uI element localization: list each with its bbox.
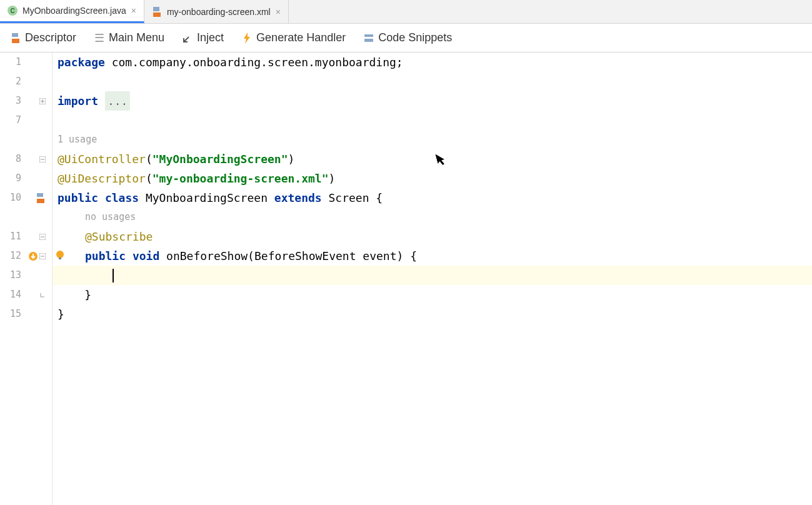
folded-imports[interactable]: ...: [105, 91, 131, 111]
close-icon[interactable]: ×: [276, 7, 281, 17]
descriptor-gutter-icon[interactable]: [36, 193, 46, 203]
line-number: 13: [0, 266, 21, 285]
code-line: [58, 111, 812, 130]
toolbar-label: Main Menu: [109, 31, 164, 44]
text-cursor: [113, 269, 114, 282]
toolbar-label: Code Snippets: [378, 31, 452, 44]
line-number: 1: [0, 52, 21, 72]
descriptor-icon: [10, 32, 21, 44]
lightning-icon: [241, 32, 253, 44]
line-number: 12: [0, 246, 21, 266]
fold-plus-icon[interactable]: [39, 98, 46, 104]
line-number: 11: [0, 227, 21, 246]
code-line: [58, 72, 812, 91]
snippets-icon: [363, 32, 374, 44]
line-number: 7: [0, 111, 21, 130]
code-editor[interactable]: 1 2 3 7 8 9 10 11 12 13 14 15 package co…: [0, 52, 812, 505]
fold-end-icon[interactable]: [39, 292, 46, 298]
tab-bar: C MyOnboardingScreen.java × my-onboardin…: [0, 0, 812, 24]
tab-java-file[interactable]: C MyOnboardingScreen.java ×: [0, 0, 144, 23]
code-content[interactable]: package com.company.onboarding.screen.my…: [53, 52, 812, 505]
line-number: 14: [0, 285, 21, 304]
code-line: @UiController("MyOnboardingScreen"): [58, 149, 812, 169]
close-icon[interactable]: ×: [131, 6, 136, 16]
gutter: 1 2 3 7 8 9 10 11 12 13 14 15: [0, 52, 53, 505]
line-number: 8: [0, 149, 21, 169]
descriptor-button[interactable]: Descriptor: [10, 31, 76, 44]
fold-minus-icon[interactable]: [39, 234, 46, 240]
line-number: 3: [0, 91, 21, 111]
code-line: }: [58, 304, 812, 324]
toolbar-label: Inject: [197, 31, 224, 44]
svg-point-12: [56, 251, 64, 258]
intention-bulb-icon[interactable]: [55, 246, 65, 266]
generate-handler-button[interactable]: Generate Handler: [241, 31, 346, 44]
line-number: 2: [0, 72, 21, 91]
line-number: 9: [0, 169, 21, 188]
code-line: @UiDescriptor("my-onboarding-screen.xml"…: [58, 169, 812, 188]
code-line: [58, 266, 812, 285]
svg-rect-13: [59, 258, 61, 259]
main-menu-button[interactable]: ☰ Main Menu: [94, 31, 164, 44]
code-line: public void onBeforeShow(BeforeShowEvent…: [58, 246, 812, 266]
java-class-icon: C: [8, 6, 18, 16]
line-number: 15: [0, 304, 21, 324]
fold-minus-icon[interactable]: [39, 156, 46, 162]
svg-rect-1: [364, 39, 373, 42]
tab-label: my-onboarding-screen.xml: [167, 7, 271, 17]
line-number: 10: [0, 188, 21, 208]
usage-hint[interactable]: 1 usage: [58, 130, 812, 149]
code-line: package com.company.onboarding.screen.my…: [58, 52, 812, 72]
fold-minus-icon[interactable]: [39, 253, 46, 259]
code-line: public class MyOnboardingScreen extends …: [58, 188, 812, 208]
tab-label: MyOnboardingScreen.java: [23, 6, 126, 16]
override-gutter-icon[interactable]: [28, 251, 38, 261]
toolbar-label: Generate Handler: [256, 31, 346, 44]
code-snippets-button[interactable]: Code Snippets: [363, 31, 452, 44]
code-line: @Subscribe: [58, 227, 812, 246]
code-line: import ...: [58, 91, 812, 111]
tab-xml-file[interactable]: my-onboarding-screen.xml ×: [144, 0, 289, 23]
code-line: }: [58, 285, 812, 304]
menu-icon: ☰: [94, 32, 105, 44]
xml-file-icon: [152, 7, 162, 17]
usage-hint[interactable]: no usages: [58, 208, 812, 227]
toolbar-label: Descriptor: [25, 31, 76, 44]
editor-toolbar: Descriptor ☰ Main Menu Inject Generate H…: [0, 24, 812, 52]
inject-button[interactable]: Inject: [182, 31, 224, 44]
inject-icon: [182, 32, 193, 44]
svg-rect-0: [364, 34, 373, 37]
